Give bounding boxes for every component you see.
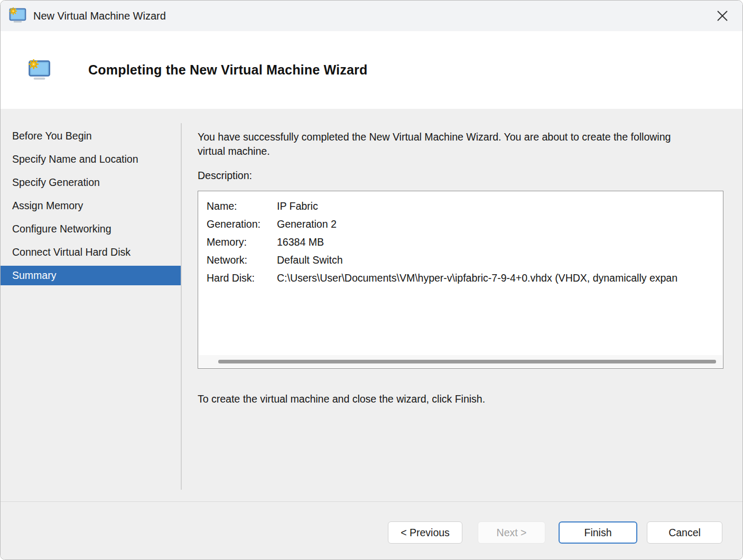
horizontal-scrollbar[interactable] — [199, 355, 722, 368]
page-title: Completing the New Virtual Machine Wizar… — [88, 62, 367, 78]
titlebar: New Virtual Machine Wizard — [1, 1, 742, 31]
window-title: New Virtual Machine Wizard — [33, 10, 166, 22]
vm-monitor-gear-icon — [27, 59, 51, 82]
summary-row-label: Name: — [207, 200, 277, 212]
button-bar: < Previous Next > Finish Cancel — [1, 501, 742, 559]
summary-row-network: Network: Default Switch — [207, 251, 723, 269]
sidebar-item-specify-generation[interactable]: Specify Generation — [1, 173, 181, 192]
summary-row-label: Generation: — [207, 218, 277, 230]
summary-row-label: Network: — [207, 254, 277, 266]
sidebar-item-connect-virtual-hard-disk[interactable]: Connect Virtual Hard Disk — [1, 242, 181, 262]
vm-monitor-gear-icon — [8, 7, 27, 25]
sidebar-item-specify-name-and-location[interactable]: Specify Name and Location — [1, 150, 181, 169]
finish-button[interactable]: Finish — [559, 521, 637, 544]
summary-row-hard-disk: Hard Disk: C:\Users\User\Documents\VM\hy… — [207, 269, 723, 287]
button-row: < Previous Next > Finish Cancel — [388, 521, 722, 544]
summary-row-label: Hard Disk: — [207, 272, 277, 284]
summary-row-generation: Generation: Generation 2 — [207, 215, 723, 233]
close-button[interactable] — [712, 6, 733, 26]
summary-page: You have successfully completed the New … — [182, 109, 742, 501]
previous-button[interactable]: < Previous — [388, 521, 462, 544]
sidebar-item-before-you-begin[interactable]: Before You Begin — [1, 126, 181, 146]
intro-text: You have successfully completed the New … — [198, 130, 681, 158]
summary-row-memory: Memory: 16384 MB — [207, 233, 723, 251]
summary-row-value: Default Switch — [277, 254, 343, 266]
sidebar-item-configure-networking[interactable]: Configure Networking — [1, 219, 181, 239]
content-area: Before You Begin Specify Name and Locati… — [1, 109, 742, 501]
wizard-window: New Virtual Machine Wizard Completing th… — [0, 0, 743, 560]
summary-row-value: IP Fabric — [277, 200, 318, 212]
next-button[interactable]: Next > — [478, 521, 545, 544]
summary-row-value: 16384 MB — [277, 236, 324, 248]
summary-row-name: Name: IP Fabric — [207, 197, 723, 215]
description-label: Description: — [198, 170, 723, 182]
horizontal-scrollbar-thumb[interactable] — [218, 360, 716, 363]
sidebar-item-assign-memory[interactable]: Assign Memory — [1, 196, 181, 216]
cancel-button[interactable]: Cancel — [647, 521, 722, 544]
summary-row-label: Memory: — [207, 236, 277, 248]
sidebar-item-summary[interactable]: Summary — [1, 266, 181, 285]
description-box: Name: IP Fabric Generation: Generation 2… — [198, 191, 723, 369]
wizard-header: Completing the New Virtual Machine Wizar… — [1, 31, 742, 109]
description-rows: Name: IP Fabric Generation: Generation 2… — [198, 191, 723, 287]
summary-row-value: Generation 2 — [277, 218, 337, 230]
wizard-steps-sidebar: Before You Begin Specify Name and Locati… — [1, 109, 181, 501]
summary-row-value: C:\Users\User\Documents\VM\hyper-v\ipfab… — [277, 272, 677, 284]
finish-hint-text: To create the virtual machine and close … — [198, 393, 723, 405]
close-icon — [716, 9, 729, 23]
